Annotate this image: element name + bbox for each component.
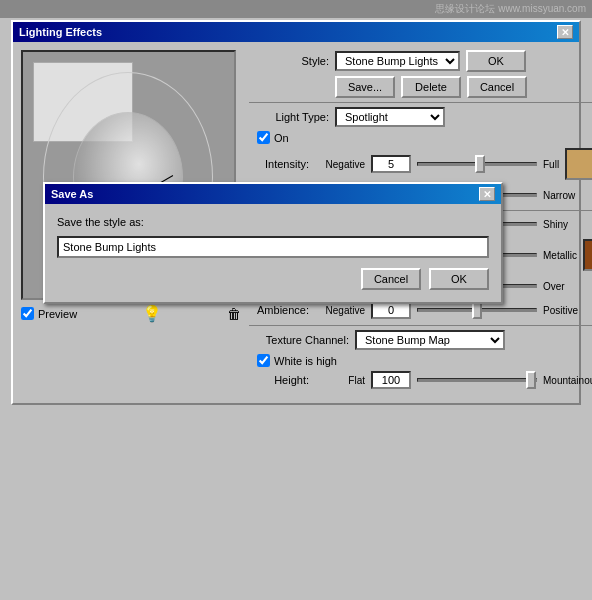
saveas-ok-button[interactable]: OK <box>429 268 489 290</box>
material-swatch[interactable] <box>583 239 592 271</box>
saveas-prompt: Save the style as: <box>57 216 489 228</box>
main-dialog: Lighting Effects ✕ Preview <box>11 20 581 405</box>
saveas-title-text: Save As <box>51 188 93 200</box>
watermark-bar: 思缘设计论坛 www.missyuan.com <box>0 0 592 18</box>
watermark-text: 思缘设计论坛 www.missyuan.com <box>435 3 586 14</box>
saveas-dialog: Save As ✕ Save the style as: Cancel OK <box>43 182 503 304</box>
saveas-input[interactable] <box>57 236 489 258</box>
saveas-title-bar: Save As ✕ <box>45 184 501 204</box>
saveas-close-button[interactable]: ✕ <box>479 187 495 201</box>
saveas-overlay: Save As ✕ Save the style as: Cancel OK <box>13 22 579 403</box>
saveas-cancel-button[interactable]: Cancel <box>361 268 421 290</box>
